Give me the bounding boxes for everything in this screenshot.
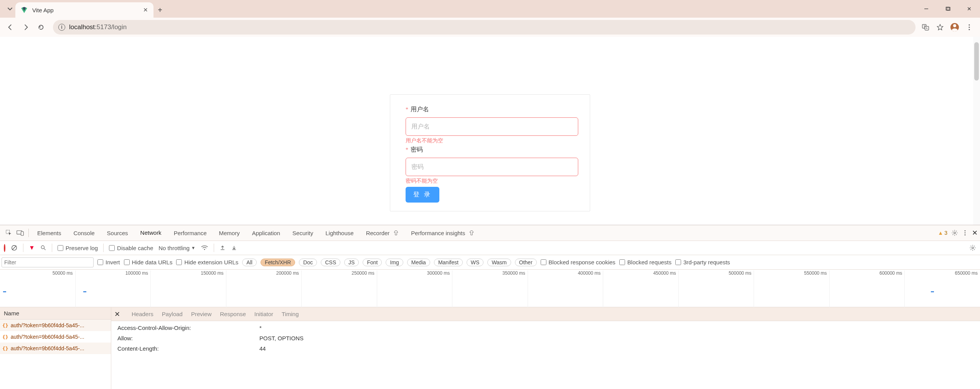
filter-input[interactable] (2, 257, 94, 267)
close-tab-icon[interactable]: ✕ (143, 7, 148, 13)
devtools-tab-sources[interactable]: Sources (101, 225, 134, 241)
type-pill-js[interactable]: JS (344, 259, 359, 266)
site-info-icon[interactable]: i (58, 24, 65, 31)
devtools-tab-application[interactable]: Application (246, 225, 286, 241)
browser-toolbar: i localhost:5173/login 文A (0, 18, 980, 37)
forward-button[interactable] (19, 21, 32, 34)
request-row[interactable]: {}auth/?token=9b60f4dd-5a45-... (0, 320, 111, 331)
search-icon[interactable] (40, 245, 46, 251)
profile-avatar-icon[interactable] (950, 23, 959, 32)
detail-tab-response[interactable]: Response (220, 311, 246, 317)
preserve-log-checkbox[interactable]: Preserve log (58, 245, 98, 251)
svg-point-9 (968, 29, 970, 30)
detail-tab-headers[interactable]: Headers (132, 311, 153, 317)
devtools-more-icon[interactable] (962, 230, 968, 236)
type-pill-font[interactable]: Font (363, 259, 382, 266)
translate-icon[interactable]: 文A (921, 23, 930, 32)
type-pill-other[interactable]: Other (515, 259, 537, 266)
type-pill-doc[interactable]: Doc (299, 259, 317, 266)
hide-extension-urls-checkbox[interactable]: Hide extension URLs (176, 259, 238, 265)
record-button[interactable] (4, 245, 5, 251)
devtools-tab-lighthouse[interactable]: Lighthouse (319, 225, 360, 241)
page-scrollbar[interactable] (973, 37, 980, 225)
address-bar[interactable]: i localhost:5173/login (53, 20, 916, 35)
reload-button[interactable] (35, 21, 48, 34)
type-pill-media[interactable]: Media (407, 259, 430, 266)
device-toggle-icon[interactable] (15, 227, 26, 239)
network-timeline[interactable]: 50000 ms 100000 ms 150000 ms 200000 ms 2… (0, 270, 980, 307)
devtools-settings-icon[interactable] (951, 229, 958, 236)
devtools-tab-security[interactable]: Security (286, 225, 319, 241)
network-settings-icon[interactable] (969, 244, 976, 251)
login-card: *用户名 用户名不能为空 *密码 密码不能为空 登 录 (390, 94, 590, 211)
wifi-icon[interactable] (201, 245, 208, 251)
password-error: 密码不能为空 (406, 178, 574, 185)
type-pill-ws[interactable]: WS (467, 259, 484, 266)
type-pill-fetch-xhr[interactable]: Fetch/XHR (261, 259, 295, 266)
blocked-requests-checkbox[interactable]: Blocked requests (619, 259, 671, 265)
request-row[interactable]: {}auth/?token=9b60f4dd-5a45-... (0, 331, 111, 343)
detail-tab-initiator[interactable]: Initiator (254, 311, 273, 317)
blocked-cookies-checkbox[interactable]: Blocked response cookies (541, 259, 615, 265)
detail-tab-preview[interactable]: Preview (191, 311, 211, 317)
devtools-tab-performance[interactable]: Performance (168, 225, 213, 241)
filter-toggle-icon[interactable]: ▼ (29, 244, 35, 251)
devtools-tab-elements[interactable]: Elements (31, 225, 68, 241)
maximize-button[interactable] (937, 0, 959, 18)
browser-menu-icon[interactable] (965, 23, 974, 32)
inspect-icon[interactable] (3, 227, 15, 239)
username-error: 用户名不能为空 (406, 137, 574, 144)
timeline-mark (83, 291, 86, 292)
password-input[interactable] (406, 158, 578, 176)
devtools-tab-performance-insights[interactable]: Performance insights (405, 225, 480, 241)
close-window-button[interactable]: ✕ (959, 0, 980, 18)
bookmark-star-icon[interactable] (935, 23, 945, 32)
disable-cache-checkbox[interactable]: Disable cache (109, 245, 153, 251)
third-party-checkbox[interactable]: 3rd-party requests (675, 259, 730, 265)
network-body: Name {}auth/?token=9b60f4dd-5a45-... {}a… (0, 307, 980, 389)
devtools-tab-memory[interactable]: Memory (213, 225, 246, 241)
url-text: localhost:5173/login (69, 23, 127, 31)
new-tab-button[interactable]: + (153, 2, 167, 18)
svg-point-15 (965, 232, 966, 234)
detail-tabs: ✕ Headers Payload Preview Response Initi… (111, 307, 980, 321)
back-button[interactable] (4, 21, 17, 34)
type-pill-img[interactable]: Img (386, 259, 403, 266)
network-toolbar: ▼ Preserve log Disable cache No throttli… (0, 241, 980, 255)
devtools-close-icon[interactable]: ✕ (972, 229, 978, 237)
detail-tab-payload[interactable]: Payload (162, 311, 183, 317)
devtools-tab-network[interactable]: Network (134, 225, 168, 241)
browser-tab[interactable]: Vite App ✕ (15, 2, 153, 18)
minimize-button[interactable] (916, 0, 937, 18)
type-pill-manifest[interactable]: Manifest (434, 259, 463, 266)
svg-point-7 (968, 24, 970, 25)
devtools-main-tabs: Elements Console Sources Network Perform… (0, 225, 980, 241)
upload-har-icon[interactable] (219, 245, 226, 251)
json-icon: {} (2, 334, 8, 340)
download-har-icon[interactable] (231, 245, 237, 251)
header-line: Allow:POST, OPTIONS (111, 333, 980, 343)
clear-button[interactable] (11, 244, 18, 251)
tab-search-chevron[interactable] (5, 0, 15, 18)
request-detail: ✕ Headers Payload Preview Response Initi… (111, 307, 980, 389)
devtools-tab-recorder[interactable]: Recorder (360, 225, 405, 241)
type-pill-css[interactable]: CSS (321, 259, 340, 266)
window-controls: ✕ (916, 0, 980, 18)
request-row[interactable]: {}auth/?token=9b60f4dd-5a45-... (0, 343, 111, 354)
network-filter-row: Invert Hide data URLs Hide extension URL… (0, 255, 980, 270)
throttling-select[interactable]: No throttling ▼ (158, 245, 195, 251)
svg-rect-1 (946, 7, 949, 10)
type-pill-all[interactable]: All (242, 259, 257, 266)
request-list-header[interactable]: Name (0, 307, 111, 320)
detail-tab-timing[interactable]: Timing (282, 311, 299, 317)
hide-data-urls-checkbox[interactable]: Hide data URLs (124, 259, 173, 265)
invert-checkbox[interactable]: Invert (97, 259, 120, 265)
json-icon: {} (2, 346, 8, 351)
devtools-tab-console[interactable]: Console (68, 225, 101, 241)
warnings-count[interactable]: ▲3 (938, 230, 947, 236)
type-pill-wasm[interactable]: Wasm (487, 259, 511, 266)
request-list: Name {}auth/?token=9b60f4dd-5a45-... {}a… (0, 307, 111, 389)
login-button[interactable]: 登 录 (406, 187, 439, 203)
close-detail-icon[interactable]: ✕ (114, 310, 120, 318)
username-input[interactable] (406, 117, 578, 136)
